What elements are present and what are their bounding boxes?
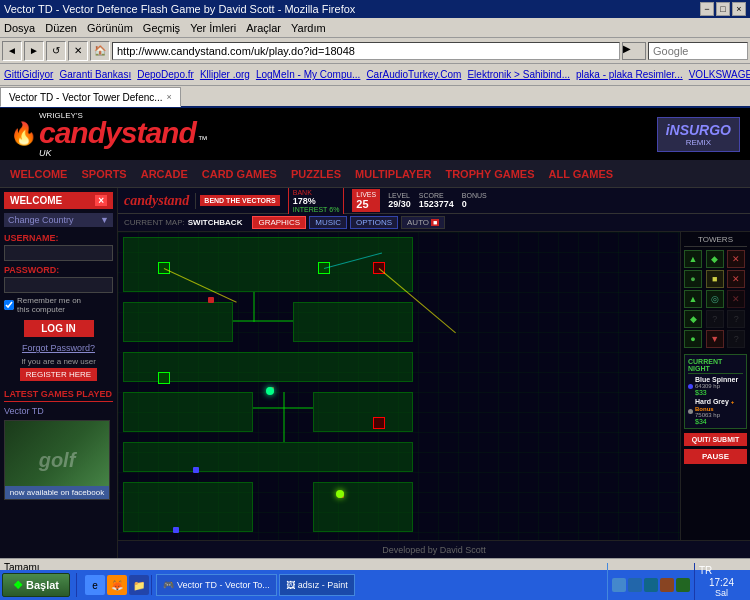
- ie-icon[interactable]: e: [85, 575, 105, 595]
- tower-btn-12[interactable]: ?: [727, 310, 745, 328]
- interest-label: INTEREST: [293, 206, 328, 213]
- intersection-2: [336, 490, 344, 498]
- remember-checkbox[interactable]: [4, 300, 14, 310]
- dev-credit: Developed by David Scott: [382, 545, 486, 555]
- options-button[interactable]: OPTIONS: [350, 216, 398, 229]
- systray: [612, 578, 690, 592]
- tower-btn-10[interactable]: ◆: [684, 310, 702, 328]
- page-content: 🔥 WRIGLEY'S candystand ™ UK iNSURGO REMI…: [0, 108, 750, 558]
- tower-btn-14[interactable]: ▼: [706, 330, 724, 348]
- go-button[interactable]: ▶: [622, 42, 646, 60]
- tower-btn-3[interactable]: ✕: [727, 250, 745, 268]
- maximize-button[interactable]: □: [716, 2, 730, 16]
- forgot-password-link[interactable]: Forgot Password?: [4, 343, 113, 353]
- username-input[interactable]: [4, 245, 113, 261]
- bank-value: 178%: [293, 196, 340, 206]
- bookmark-plaka[interactable]: plaka - plaka Resimler...: [576, 69, 683, 80]
- login-button[interactable]: LOG IN: [24, 320, 94, 337]
- taskbar: ❖ Başlat e 🦊 📁 🎮 Vector TD - Vector To..…: [0, 570, 750, 600]
- level-value: 29/30: [388, 199, 411, 209]
- taskbar-item-vectortd[interactable]: 🎮 Vector TD - Vector To...: [156, 574, 277, 596]
- nav-all[interactable]: ALL GAMES: [548, 168, 613, 180]
- bend-vectors-button[interactable]: BEND THE VECTORS: [200, 195, 279, 206]
- welcome-close[interactable]: ×: [95, 195, 107, 206]
- tower-btn-7[interactable]: ▲: [684, 290, 702, 308]
- menu-yardim[interactable]: Yardım: [291, 22, 326, 34]
- start-button[interactable]: ❖ Başlat: [2, 573, 70, 597]
- address-bar[interactable]: [112, 42, 620, 60]
- minimize-button[interactable]: −: [700, 2, 714, 16]
- forward-button[interactable]: ►: [24, 41, 44, 61]
- app-icon[interactable]: 📁: [129, 575, 149, 595]
- bookmark-vw[interactable]: VOLKSWAGEN Caddy...: [689, 69, 750, 80]
- music-button[interactable]: MUSIC: [309, 216, 347, 229]
- tower-btn-9[interactable]: ✕: [727, 290, 745, 308]
- tower-btn-8[interactable]: ◎: [706, 290, 724, 308]
- taskbar-item-paint[interactable]: 🖼 adsız - Paint: [279, 574, 355, 596]
- interest-value: 6%: [329, 206, 339, 213]
- maze-wall-9: [313, 482, 413, 532]
- blue-spinner-row: Blue Spinner 64309 hp $33: [688, 376, 743, 396]
- logo-row: candystand ™: [39, 116, 208, 150]
- bookmark-kllipler[interactable]: Kllipler .org: [200, 69, 250, 80]
- close-button[interactable]: ×: [732, 2, 746, 16]
- bookmark-depodepo[interactable]: DepoDepo.fr: [137, 69, 194, 80]
- quit-submit-button[interactable]: QUIT/ SUBMIT: [684, 433, 747, 446]
- bookmark-logmein[interactable]: LogMeIn - My Compu...: [256, 69, 360, 80]
- home-button[interactable]: 🏠: [90, 41, 110, 61]
- menu-gorunum[interactable]: Görünüm: [87, 22, 133, 34]
- nav-sports[interactable]: sPorts: [81, 168, 126, 180]
- bookmark-caraudio[interactable]: CarAudioTurkey.Com: [366, 69, 461, 80]
- flames-icon: 🔥: [10, 121, 37, 147]
- back-button[interactable]: ◄: [2, 41, 22, 61]
- dev-credit-row: Developed by David Scott: [118, 540, 750, 558]
- nav-trophy[interactable]: TROPHY GAMES: [445, 168, 534, 180]
- tower-btn-4[interactable]: ●: [684, 270, 702, 288]
- tower-btn-6[interactable]: ✕: [727, 270, 745, 288]
- tab-vectortd[interactable]: Vector TD - Vector Tower Defenc... ×: [0, 87, 181, 107]
- menu-duzen[interactable]: Düzen: [45, 22, 77, 34]
- menu-gecmis[interactable]: Geçmiş: [143, 22, 180, 34]
- menu-dosya[interactable]: Dosya: [4, 22, 35, 34]
- game-canvas[interactable]: [118, 232, 680, 540]
- latest-game-name[interactable]: Vector TD: [4, 406, 113, 416]
- tower-btn-5[interactable]: ■: [706, 270, 724, 288]
- nav-multiplayer[interactable]: MULTIPLAYER: [355, 168, 431, 180]
- nav-arcade[interactable]: ARCADE: [141, 168, 188, 180]
- taskbar-item-label-2: adsız - Paint: [298, 580, 348, 590]
- firefox-icon[interactable]: 🦊: [107, 575, 127, 595]
- tab-close-button[interactable]: ×: [167, 92, 172, 102]
- register-button[interactable]: REGISTER HERE: [20, 368, 97, 381]
- bookmark-gittigidiyor[interactable]: GittiGidiyor: [4, 69, 53, 80]
- tower-btn-11[interactable]: ?: [706, 310, 724, 328]
- nav-welcome[interactable]: WELCOME: [10, 168, 67, 180]
- enemy-4: [193, 467, 199, 473]
- path-1: [233, 320, 293, 322]
- game-header: candystand BEND THE VECTORS BANK 178% IN…: [118, 188, 750, 214]
- change-country[interactable]: Change Country ▼: [4, 213, 113, 227]
- nav-card-games[interactable]: CARD GAMES: [202, 168, 277, 180]
- tab-label: Vector TD - Vector Tower Defenc...: [9, 92, 163, 103]
- graphics-button[interactable]: GRAPHICS: [252, 216, 306, 229]
- level-label: LEVEL: [388, 192, 411, 199]
- nav-puzzles[interactable]: PUZZLES: [291, 168, 341, 180]
- reload-button[interactable]: ↺: [46, 41, 66, 61]
- password-input[interactable]: [4, 277, 113, 293]
- tower-btn-13[interactable]: ●: [684, 330, 702, 348]
- hard-grey-label: Hard Grey + Bonus: [695, 398, 743, 412]
- search-input[interactable]: [648, 42, 748, 60]
- score-label: SCORE: [419, 192, 454, 199]
- auto-toggle[interactable]: AUTO ■: [401, 216, 445, 229]
- maze-wall-8: [123, 482, 253, 532]
- website: 🔥 WRIGLEY'S candystand ™ UK iNSURGO REMI…: [0, 108, 750, 558]
- insurgo-logo: iNSURGO REMIX: [657, 117, 740, 152]
- bookmark-garanti[interactable]: Garanti Bankası: [59, 69, 131, 80]
- stop-button[interactable]: ✕: [68, 41, 88, 61]
- pause-button[interactable]: PAUSE: [684, 449, 747, 464]
- menu-araclar[interactable]: Araçlar: [246, 22, 281, 34]
- menu-yer-imleri[interactable]: Yer İmleri: [190, 22, 236, 34]
- tower-btn-1[interactable]: ▲: [684, 250, 702, 268]
- tower-btn-2[interactable]: ◆: [706, 250, 724, 268]
- tower-btn-15[interactable]: ?: [727, 330, 745, 348]
- bookmark-elektronik[interactable]: Elektronik > Sahibind...: [467, 69, 570, 80]
